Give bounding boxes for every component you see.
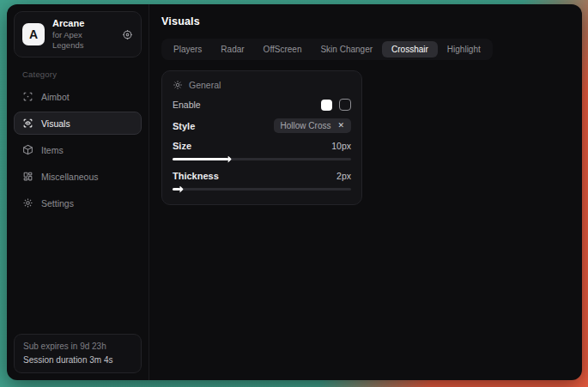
tab-offscreen[interactable]: OffScreen — [254, 41, 312, 57]
size-label: Size — [173, 141, 191, 151]
sidebar-item-label: Items — [41, 145, 64, 155]
color-swatch[interactable] — [321, 100, 332, 111]
app-name: Arcane — [52, 18, 114, 30]
crosshair-icon — [22, 91, 33, 102]
style-chip-value: Hollow Cross — [281, 121, 331, 130]
size-slider-thumb[interactable] — [224, 156, 232, 163]
thickness-slider[interactable] — [173, 188, 351, 190]
desktop-background: A Arcane for Apex Legends Category Aimbo… — [0, 0, 588, 387]
tab-players[interactable]: Players — [164, 41, 211, 57]
sidebar-item-settings[interactable]: Settings — [14, 191, 142, 215]
gear-icon — [173, 80, 183, 90]
sidebar-item-items[interactable]: Items — [14, 138, 142, 161]
style-label: Style — [173, 121, 195, 131]
sidebar-item-visuals[interactable]: Visuals — [14, 112, 142, 135]
general-panel: General Enable Style Hollow Cross ✕ — [161, 70, 362, 205]
brand-text: Arcane for Apex Legends — [52, 18, 114, 51]
thickness-slider-thumb[interactable] — [176, 186, 184, 193]
app-window: A Arcane for Apex Legends Category Aimbo… — [7, 4, 582, 380]
app-logo: A — [22, 23, 45, 45]
sidebar-nav: AimbotVisualsItemsMiscellaneousSettings — [7, 83, 149, 216]
enable-controls — [321, 99, 351, 111]
size-value: 10px — [331, 141, 351, 151]
enable-checkbox[interactable] — [339, 99, 351, 111]
size-slider[interactable] — [173, 158, 351, 160]
sidebar-item-aimbot[interactable]: Aimbot — [14, 85, 142, 108]
panel-header: General — [173, 80, 351, 90]
session-duration-text: Session duration 3m 4s — [23, 354, 132, 367]
main-content: Visuals PlayersRadarOffScreenSkin Change… — [149, 4, 582, 380]
chip-remove-icon[interactable]: ✕ — [337, 122, 344, 130]
thickness-value: 2px — [336, 171, 351, 181]
sidebar-item-label: Visuals — [41, 118, 70, 129]
page-title: Visuals — [161, 15, 200, 27]
tab-bar: PlayersRadarOffScreenSkin ChangerCrossha… — [161, 39, 493, 60]
sidebar-spacer — [7, 216, 149, 327]
layout-icon — [22, 171, 33, 182]
enable-row: Enable — [173, 99, 351, 111]
sidebar-item-label: Aimbot — [41, 92, 70, 102]
sub-expires-text: Sub expires in 9d 23h — [23, 340, 132, 354]
thickness-label: Thickness — [173, 171, 219, 181]
brand-card: A Arcane for Apex Legends — [14, 11, 142, 57]
subscription-card: Sub expires in 9d 23h Session duration 3… — [14, 334, 142, 373]
app-subtitle: for Apex Legends — [52, 30, 114, 51]
tab-skin-changer[interactable]: Skin Changer — [311, 41, 382, 57]
thickness-row: Thickness 2px — [173, 171, 351, 193]
size-row: Size 10px — [173, 141, 351, 163]
tab-radar[interactable]: Radar — [211, 41, 253, 57]
style-chip[interactable]: Hollow Cross ✕ — [274, 118, 351, 133]
enable-label: Enable — [173, 100, 201, 110]
size-row-top: Size 10px — [173, 141, 351, 151]
thickness-row-top: Thickness 2px — [173, 171, 351, 181]
tab-highlight[interactable]: Highlight — [438, 41, 490, 57]
category-label: Category — [22, 70, 149, 79]
cube-icon — [22, 144, 33, 155]
eye-scan-icon — [22, 118, 33, 129]
style-row: Style Hollow Cross ✕ — [173, 118, 351, 133]
size-slider-fill — [173, 158, 227, 160]
gear-icon — [22, 197, 33, 209]
target-icon[interactable] — [122, 29, 133, 40]
panel-title: General — [189, 80, 221, 90]
sidebar: A Arcane for Apex Legends Category Aimbo… — [7, 4, 149, 380]
sidebar-item-label: Settings — [41, 198, 74, 209]
tab-crosshair[interactable]: Crosshair — [382, 41, 438, 57]
sidebar-item-label: Miscellaneous — [41, 172, 99, 182]
sidebar-item-miscellaneous[interactable]: Miscellaneous — [14, 165, 142, 188]
